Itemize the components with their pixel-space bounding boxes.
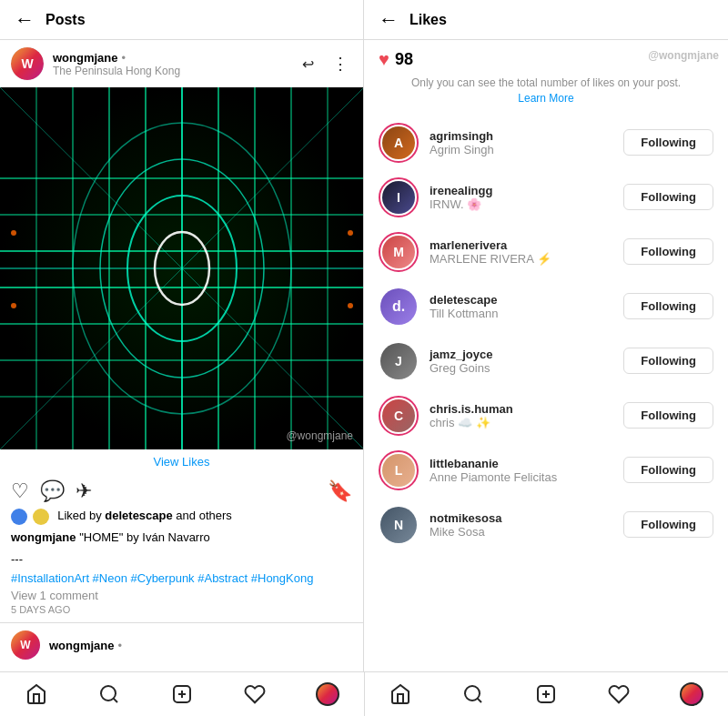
like-avatar[interactable]: N [379,505,419,545]
post-image: @wongmjane [0,87,363,449]
follow-button[interactable]: Following [623,348,713,374]
follow-button[interactable]: Following [623,457,713,483]
like-item: J jamz_joyce Greg Goins Following [364,334,728,388]
likes-list: A agrimsingh Agrim Singh Following I ire… [364,116,728,671]
like-avatar[interactable]: L [379,450,419,490]
view-comments-link[interactable]: View 1 comment [0,589,363,604]
follow-button[interactable]: Following [623,293,713,319]
like-user-info: chris.is.human chris ☁️ ✨ [430,402,612,429]
follow-button[interactable]: Following [623,238,713,265]
comment-button[interactable]: 💬 [40,479,65,503]
svg-point-32 [11,303,16,308]
follow-button[interactable]: Following [623,511,713,538]
learn-more-link[interactable]: Learn More [518,92,573,105]
right-nav-add[interactable] [510,672,582,716]
watermark: @wongmjane [286,429,353,442]
like-username[interactable]: chris.is.human [430,402,612,416]
likes-count: 98 [395,50,413,69]
like-item: A agrimsingh Agrim Singh Following [364,116,728,170]
share-button[interactable]: ✈ [76,479,92,503]
left-nav-profile[interactable] [291,672,364,716]
right-nav-likes[interactable] [582,672,655,716]
svg-line-41 [478,699,481,702]
right-nav-search[interactable] [437,672,510,716]
caption-username[interactable]: wongmjane [11,530,76,544]
post-caption: wongmjane "HOME" by Iván Navarro [0,529,363,550]
liked-bar: Liked by deletescape and others [0,509,363,529]
post-bottom-author: W wongmjane • [0,622,363,667]
like-item: L littlebananie Anne Piamonte Felicitas … [364,443,728,498]
heart-icon: ♥ [379,49,389,70]
likes-summary: ♥ 98 @wongmjane [364,40,728,76]
caption-text: "HOME" by Iván Navarro [79,530,210,544]
like-user-info: agrimsingh Agrim Singh [430,129,612,156]
like-username[interactable]: deletescape [430,293,612,307]
like-item: C chris.is.human chris ☁️ ✨ Following [364,388,728,443]
like-avatar[interactable]: A [379,123,419,163]
follow-button[interactable]: Following [623,129,713,156]
like-username[interactable]: irenealing​g [430,184,612,197]
author-info: wongmjane • The Peninsula Hong Kong [53,51,298,77]
like-avatar[interactable]: J [379,341,419,381]
author-dot: • [122,51,126,65]
like-user-info: deletescape Till Kottmann [430,293,612,320]
right-back-icon[interactable]: ← [379,8,399,32]
share-icon[interactable]: ↩ [298,52,318,76]
like-fullname: Till Kottmann [430,307,612,320]
like-user-info: notmikesosa Mike Sosa [430,511,612,539]
like-item: d. deletescape Till Kottmann Following [364,279,728,334]
author-location: The Peninsula Hong Kong [53,65,298,77]
like-fullname: Greg Goins [430,361,612,375]
bottom-avatar[interactable]: W [11,630,40,660]
view-likes-link[interactable]: View Likes [0,449,363,474]
likes-note: Only you can see the total number of lik… [364,76,728,116]
left-nav-search[interactable] [73,672,146,716]
likes-note-text: Only you can see the total number of lik… [411,76,681,89]
svg-line-36 [114,699,117,702]
save-button[interactable]: 🔖 [328,479,352,503]
like-user-info: irenealing​g IRNW. 🌸 [430,184,612,211]
svg-point-34 [348,303,353,308]
post-time: 5 days ago [0,604,363,622]
more-icon[interactable]: ⋮ [329,50,352,77]
follow-button[interactable]: Following [623,402,713,429]
author-username[interactable]: wongmjane [53,51,118,65]
svg-point-31 [11,230,16,236]
post-hashtags[interactable]: #InstallationArt #Neon #Cyberpunk #Abstr… [0,571,363,589]
like-button[interactable]: ♡ [11,479,29,503]
author-avatar[interactable]: W [11,47,44,80]
like-avatar[interactable]: d. [379,287,419,327]
bottom-author-dot: • [118,639,123,652]
follow-button[interactable]: Following [623,184,713,210]
like-fullname: chris ☁️ ✨ [430,416,612,429]
svg-point-35 [101,686,116,701]
right-nav-home[interactable] [365,672,438,716]
left-nav-add[interactable] [146,672,218,716]
like-username[interactable]: marlenerivera [430,238,612,252]
like-avatar[interactable]: C [379,396,419,436]
right-nav [365,672,729,716]
like-avatar[interactable]: I [379,177,419,217]
left-back-icon[interactable]: ← [15,8,35,32]
like-username[interactable]: agrimsingh [430,129,612,143]
right-panel-title: Likes [410,12,447,28]
left-nav-home[interactable] [0,672,73,716]
bottom-author-username[interactable]: wongmjane [49,639,115,652]
neon-tunnel-svg [0,87,363,449]
like-username[interactable]: littlebananie [430,457,612,470]
left-nav-likes[interactable] [218,672,291,716]
post-header-actions: ↩ ⋮ [298,50,352,77]
like-item: N notmikesosa Mike Sosa Following [364,498,728,552]
caption-dash: --- [0,550,363,572]
svg-point-40 [465,686,480,701]
left-panel-title: Posts [46,12,86,28]
right-nav-profile[interactable] [655,672,728,716]
like-username[interactable]: notmikesosa [430,511,612,525]
like-avatar[interactable]: M [379,232,419,272]
liked-others-label: and others [176,509,231,522]
engagement-row: ♡ 💬 ✈ 🔖 [0,474,363,509]
like-username[interactable]: jamz_joyce [430,348,612,361]
like-fullname: Agrim Singh [430,143,612,156]
right-watermark: @wongmjane [648,49,719,62]
liked-by-user[interactable]: deletescape [105,509,172,522]
